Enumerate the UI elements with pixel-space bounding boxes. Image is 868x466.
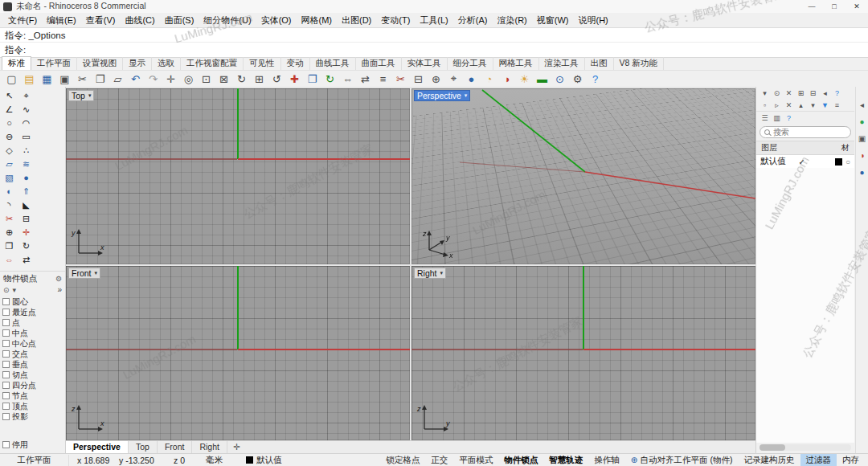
menu-item[interactable]: 查看(V) [81, 14, 121, 27]
toolbar-tab[interactable]: 选取 [152, 57, 181, 70]
viewport-perspective[interactable]: Perspective ▾ z y x [411, 88, 755, 264]
save-icon[interactable]: ▦ [39, 71, 55, 87]
fillet-tool-icon[interactable]: ◝ [2, 198, 17, 211]
menu-item[interactable]: 渲染(R) [492, 14, 531, 27]
checkbox[interactable] [2, 309, 10, 316]
scale-icon[interactable]: ⇔ [339, 71, 356, 87]
new-viewport-tab-icon[interactable]: ✛ [227, 441, 246, 453]
active-layer-button[interactable]: 默认值 [246, 455, 322, 466]
copy-icon[interactable]: ❐ [92, 71, 108, 87]
status-toggle[interactable]: 自动对齐工作平面 (物件) [625, 454, 739, 466]
mirror-icon[interactable]: ⇄ [357, 71, 374, 87]
menu-item[interactable]: 工具(L) [415, 14, 452, 27]
scrollbar-thumb[interactable] [760, 444, 785, 451]
undo-view-icon[interactable]: ↺ [268, 71, 285, 87]
polyline-tool-icon[interactable]: ∠ [2, 103, 17, 116]
osnap-disable-checkbox-row[interactable]: 停用 [2, 439, 65, 450]
loft-tool-icon[interactable]: ≋ [18, 157, 34, 170]
menu-item[interactable]: 文件(F) [3, 14, 42, 27]
viewport-right[interactable]: Right ▾ z y [411, 266, 755, 440]
close-panel-icon[interactable]: ✕ [784, 89, 793, 97]
osnap-checkbox-row[interactable]: 节点 [2, 390, 65, 401]
collapse-all-icon[interactable]: ⊟ [809, 89, 817, 97]
toolbar-tab[interactable]: 细分工具 [448, 57, 493, 70]
chevron-down-icon[interactable]: ▾ [13, 286, 17, 294]
osnap-checkbox-row[interactable]: 垂点 [2, 359, 65, 370]
cut-icon[interactable]: ✂ [74, 71, 91, 87]
rotate-object-icon[interactable]: ↻ [321, 71, 338, 87]
collapse-dock-icon[interactable]: ◂ [860, 101, 864, 109]
material-icon[interactable]: ◑ [498, 71, 515, 87]
viewport-tab[interactable]: Top [129, 441, 158, 453]
osnap-filter-icon[interactable]: ⊙ [3, 286, 10, 294]
menu-item[interactable]: 曲面(S) [160, 14, 199, 27]
layer-tools-icon[interactable]: ≡ [833, 101, 841, 109]
panel-help-icon[interactable]: ? [833, 89, 841, 97]
toolbar-tab[interactable]: 变动 [281, 57, 310, 70]
arc-tool-icon[interactable]: ◠ [18, 117, 34, 129]
layer-color-swatch[interactable] [835, 158, 842, 166]
rotate-view-icon[interactable]: ↻ [233, 71, 250, 87]
render-panel-tab-icon[interactable]: ● [859, 118, 864, 126]
checkbox[interactable] [2, 340, 10, 347]
print-icon[interactable]: ▣ [56, 71, 73, 87]
delete-layer-icon[interactable]: ✕ [784, 101, 793, 109]
new-sublayer-icon[interactable]: ▹ [772, 101, 781, 109]
surface-tool-icon[interactable]: ▱ [2, 157, 17, 170]
checkbox[interactable] [2, 350, 10, 358]
toolbar-tab[interactable]: 出图 [585, 57, 614, 70]
move-icon[interactable]: ✚ [286, 71, 303, 87]
ellipse-tool-icon[interactable]: ⊖ [2, 130, 17, 143]
help-icon[interactable]: ? [587, 71, 604, 87]
toolbar-tab[interactable]: 标准 [2, 56, 31, 70]
toolbar-tab[interactable]: 曲面工具 [356, 57, 402, 70]
checkbox[interactable] [2, 403, 10, 410]
status-toggle[interactable]: 内存 [837, 454, 865, 466]
viewport-title-right[interactable]: Right ▾ [414, 268, 446, 279]
osnap-checkbox-row[interactable]: 切点 [2, 370, 65, 380]
toolbar-tab[interactable]: 工作平面 [31, 57, 77, 70]
menu-item[interactable]: 分析(A) [453, 14, 493, 27]
polygon-tool-icon[interactable]: ◇ [2, 144, 17, 157]
osnap-checkbox-row[interactable]: 交点 [2, 349, 65, 359]
paste-icon[interactable]: ▱ [109, 71, 126, 87]
pointer-tool-icon[interactable]: ↖ [2, 89, 17, 102]
toolbar-tab[interactable]: V8 新功能 [614, 57, 664, 70]
menu-item[interactable]: 变动(T) [376, 14, 415, 27]
close-button[interactable]: ✕ [845, 1, 868, 13]
gear-icon[interactable]: ⚙ [55, 275, 62, 283]
toolbar-tab[interactable]: 显示 [123, 57, 152, 70]
status-toggle[interactable]: 操作轴 [588, 454, 625, 466]
osnap-checkbox-row[interactable]: 顶点 [2, 401, 65, 411]
viewport-front[interactable]: Front ▾ z x [66, 266, 410, 440]
panel-scrollbar[interactable] [760, 444, 851, 451]
checkbox[interactable] [2, 382, 10, 389]
status-toggle[interactable]: 记录建构历史 [739, 454, 800, 466]
osnap-checkbox-row[interactable]: 中点 [2, 328, 65, 338]
sphere-tool-icon[interactable]: ● [18, 171, 34, 184]
menu-item[interactable]: 网格(M) [297, 14, 338, 27]
sun-icon[interactable]: ☀ [516, 71, 533, 87]
open-file-icon[interactable]: ▤ [21, 71, 38, 87]
render-preview-icon[interactable]: ◔ [481, 71, 497, 87]
status-toggle[interactable]: 智慧轨迹 [543, 454, 588, 466]
expand-all-icon[interactable]: ⊞ [796, 89, 805, 97]
layer-help-icon[interactable]: ? [784, 114, 793, 122]
viewport-tab[interactable]: Perspective [66, 441, 129, 453]
toolbar-tab[interactable]: 网格工具 [493, 57, 539, 70]
viewport-title-perspective[interactable]: Perspective ▾ [414, 90, 470, 101]
status-toggle[interactable]: 物件锁点 [498, 454, 543, 466]
osnap-checkbox-row[interactable]: 中心点 [2, 338, 65, 349]
join-tool-icon[interactable]: ⊕ [2, 226, 17, 239]
pan-view-icon[interactable]: ✛ [162, 71, 179, 87]
redo-icon[interactable]: ↷ [145, 71, 162, 87]
zoom-window-icon[interactable]: ⊡ [198, 71, 215, 87]
osnap-checkbox-row[interactable]: 投影 [2, 411, 65, 422]
rectangle-tool-icon[interactable]: ▭ [18, 130, 34, 143]
menu-item[interactable]: 说明(H) [573, 14, 612, 27]
checkbox[interactable] [2, 361, 10, 368]
osnap-toggle-icon[interactable]: ⌖ [445, 71, 462, 87]
join-icon[interactable]: ⊕ [428, 71, 444, 87]
filter-funnel-icon[interactable]: ▼ [821, 101, 829, 109]
layer-material-icon[interactable]: ○ [845, 157, 850, 166]
